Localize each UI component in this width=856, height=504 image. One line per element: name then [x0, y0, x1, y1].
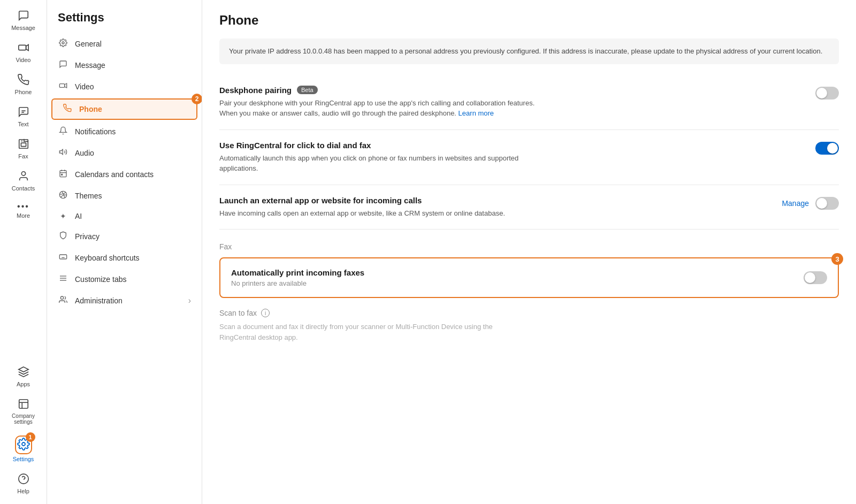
nav-bar: Message Video Phone Text [0, 0, 47, 504]
nav-item-company-settings[interactable]: Company settings [2, 394, 45, 429]
page-title: Phone [219, 13, 839, 28]
general-icon [58, 39, 68, 49]
sidebar-item-ai[interactable]: ✦ AI [47, 207, 202, 226]
nav-label-phone: Phone [15, 89, 32, 95]
settings-sidebar: Settings General Message Video 2 [47, 0, 202, 504]
nav-item-message[interactable]: Message [2, 5, 45, 35]
external-app-row: Launch an external app or website for in… [219, 185, 839, 230]
external-app-desc: Have incoming calls open an external app… [219, 208, 540, 219]
nav-label-settings: Settings [13, 456, 34, 462]
sidebar-label-keyboard: Keyboard shortcuts [75, 254, 140, 262]
themes-icon [58, 190, 68, 201]
sidebar-item-general[interactable]: General [47, 33, 202, 55]
sidebar-item-themes[interactable]: Themes [47, 185, 202, 207]
fax-auto-print-row: Automatically print incoming faxes No pr… [231, 268, 827, 287]
nav-item-settings[interactable]: 1 Settings [2, 431, 45, 467]
main-content: Phone Your private IP address 10.0.0.48 … [202, 0, 856, 504]
svg-rect-22 [62, 174, 63, 175]
message-icon [18, 10, 29, 23]
external-app-toggle-knob [816, 198, 827, 209]
nav-label-more: More [17, 212, 30, 219]
sidebar-label-notifications: Notifications [75, 127, 116, 136]
sidebar-item-phone-wrapper: 2 Phone [51, 98, 197, 120]
fax-section-badge: 3 [831, 253, 843, 265]
settings-sidebar-title: Settings [47, 0, 202, 33]
svg-rect-4 [19, 140, 28, 149]
sidebar-item-calendars[interactable]: Calendars and contacts [47, 164, 202, 185]
svg-point-28 [60, 296, 63, 299]
fax-card: 3 Automatically print incoming faxes No … [219, 257, 839, 298]
deskphone-learn-more[interactable]: Learn more [458, 109, 494, 117]
click-to-dial-info: Use RingCentral for click to dial and fa… [219, 141, 805, 174]
nav-item-fax[interactable]: Fax [2, 134, 45, 164]
click-to-dial-row: Use RingCentral for click to dial and fa… [219, 130, 839, 185]
nav-item-apps[interactable]: Apps [2, 362, 45, 392]
svg-rect-0 [18, 45, 26, 50]
fax-auto-print-toggle[interactable] [804, 271, 827, 284]
sidebar-item-phone[interactable]: Phone [51, 98, 197, 120]
scan-to-fax-section: Scan to fax i Scan a document and fax it… [219, 298, 839, 353]
admin-left: Administration [58, 295, 123, 306]
nav-label-apps: Apps [17, 381, 30, 387]
admin-chevron-icon: › [188, 296, 191, 306]
sidebar-label-audio: Audio [75, 149, 94, 157]
company-settings-icon [18, 398, 29, 411]
sidebar-message-icon [58, 60, 68, 71]
scan-info-icon[interactable]: i [261, 309, 270, 317]
sidebar-video-icon [58, 81, 68, 92]
nav-item-phone[interactable]: Phone [2, 70, 45, 100]
svg-point-11 [22, 442, 25, 446]
sidebar-item-keyboard[interactable]: Keyboard shortcuts [47, 247, 202, 269]
sidebar-label-administration: Administration [75, 296, 123, 305]
deskphone-pairing-info: Deskphone pairing Beta Pair your deskpho… [219, 86, 805, 119]
svg-rect-8 [19, 400, 28, 409]
sidebar-item-privacy[interactable]: Privacy [47, 226, 202, 247]
sidebar-label-privacy: Privacy [75, 232, 100, 241]
sidebar-item-video[interactable]: Video [47, 76, 202, 97]
help-icon [18, 473, 29, 486]
more-icon: ••• [17, 202, 29, 211]
nav-label-help: Help [17, 488, 29, 494]
click-to-dial-desc: Automatically launch this app when you c… [219, 153, 540, 174]
deskphone-controls [815, 87, 839, 100]
info-banner: Your private IP address 10.0.0.48 has be… [219, 39, 839, 64]
sidebar-label-phone: Phone [79, 105, 102, 113]
sidebar-label-themes: Themes [75, 192, 102, 200]
deskphone-beta-badge: Beta [297, 86, 318, 94]
deskphone-toggle[interactable] [815, 87, 839, 100]
fax-section-label: Fax [219, 242, 839, 251]
nav-item-more[interactable]: ••• More [2, 198, 45, 223]
nav-item-text[interactable]: Text [2, 102, 45, 132]
nav-item-help[interactable]: Help [2, 469, 45, 499]
nav-label-video: Video [16, 57, 31, 63]
svg-marker-1 [26, 45, 28, 51]
nav-item-video[interactable]: Video [2, 37, 45, 67]
sidebar-item-administration[interactable]: Administration › [47, 290, 202, 311]
sidebar-item-notifications[interactable]: Notifications [47, 121, 202, 142]
sidebar-item-audio[interactable]: Audio [47, 142, 202, 164]
sidebar-item-customize[interactable]: Customize tabs [47, 269, 202, 290]
sidebar-label-general: General [75, 40, 102, 48]
nav-label-text: Text [18, 121, 28, 127]
deskphone-toggle-knob [816, 88, 827, 98]
scan-to-fax-label: Scan to fax [219, 309, 257, 317]
manage-link[interactable]: Manage [782, 199, 809, 208]
phone-icon [18, 74, 29, 87]
svg-rect-18 [60, 171, 66, 177]
click-to-dial-toggle[interactable] [815, 142, 839, 155]
external-app-toggle[interactable] [815, 197, 839, 210]
privacy-icon [58, 231, 68, 242]
nav-label-fax: Fax [18, 153, 28, 159]
text-icon [18, 106, 29, 119]
nav-item-contacts[interactable]: Contacts [2, 166, 45, 196]
nav-label-contacts: Contacts [12, 185, 35, 192]
nav-label-message: Message [11, 25, 35, 31]
settings-box: 1 [15, 436, 32, 454]
sidebar-label-ai: AI [75, 212, 82, 220]
sidebar-label-message: Message [75, 61, 105, 70]
deskphone-pairing-name: Deskphone pairing [219, 86, 292, 95]
fax-icon [18, 138, 29, 151]
sidebar-item-message[interactable]: Message [47, 55, 202, 76]
notifications-icon [58, 126, 68, 137]
click-to-dial-toggle-knob [827, 143, 838, 154]
